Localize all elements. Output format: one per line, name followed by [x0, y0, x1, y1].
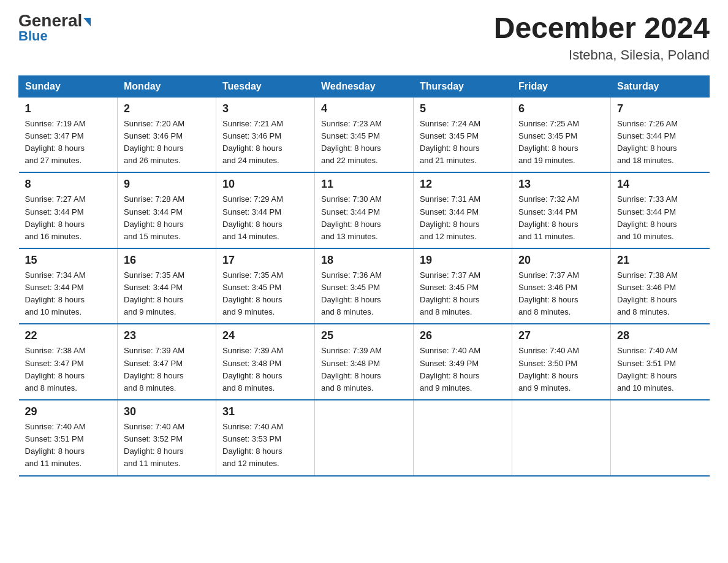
logo-text: General	[18, 12, 91, 29]
day-info: Sunrise: 7:39 AMSunset: 3:48 PMDaylight:…	[222, 345, 308, 394]
calendar-cell: 6Sunrise: 7:25 AMSunset: 3:45 PMDaylight…	[512, 97, 611, 172]
calendar-cell: 8Sunrise: 7:27 AMSunset: 3:44 PMDaylight…	[19, 172, 118, 248]
day-info: Sunrise: 7:39 AMSunset: 3:48 PMDaylight:…	[321, 345, 407, 394]
calendar-cell: 16Sunrise: 7:35 AMSunset: 3:44 PMDayligh…	[118, 248, 216, 324]
day-number: 28	[617, 329, 703, 342]
day-info: Sunrise: 7:35 AMSunset: 3:44 PMDaylight:…	[124, 269, 210, 319]
calendar-cell: 17Sunrise: 7:35 AMSunset: 3:45 PMDayligh…	[216, 248, 315, 324]
day-number: 23	[124, 329, 210, 342]
calendar-cell	[315, 400, 414, 476]
day-number: 16	[124, 254, 210, 267]
calendar-header-row: SundayMondayTuesdayWednesdayThursdayFrid…	[19, 75, 710, 97]
calendar-cell: 5Sunrise: 7:24 AMSunset: 3:45 PMDaylight…	[414, 97, 512, 172]
day-number: 14	[617, 178, 703, 191]
calendar-week-row: 15Sunrise: 7:34 AMSunset: 3:44 PMDayligh…	[19, 248, 710, 324]
calendar-cell: 25Sunrise: 7:39 AMSunset: 3:48 PMDayligh…	[315, 324, 414, 400]
day-info: Sunrise: 7:23 AMSunset: 3:45 PMDaylight:…	[321, 118, 407, 167]
calendar-cell: 3Sunrise: 7:21 AMSunset: 3:46 PMDaylight…	[216, 97, 315, 172]
day-number: 5	[420, 102, 506, 115]
calendar-cell: 21Sunrise: 7:38 AMSunset: 3:46 PMDayligh…	[611, 248, 710, 324]
header-sunday: Sunday	[19, 75, 118, 97]
day-number: 9	[124, 178, 210, 191]
calendar-cell: 7Sunrise: 7:26 AMSunset: 3:44 PMDaylight…	[611, 97, 710, 172]
day-info: Sunrise: 7:27 AMSunset: 3:44 PMDaylight:…	[25, 193, 112, 243]
calendar-cell: 10Sunrise: 7:29 AMSunset: 3:44 PMDayligh…	[216, 172, 315, 248]
day-number: 11	[321, 178, 407, 191]
day-info: Sunrise: 7:20 AMSunset: 3:46 PMDaylight:…	[124, 118, 210, 167]
calendar-table: SundayMondayTuesdayWednesdayThursdayFrid…	[18, 75, 710, 477]
day-info: Sunrise: 7:34 AMSunset: 3:44 PMDaylight:…	[25, 269, 112, 319]
day-number: 12	[420, 178, 506, 191]
day-number: 15	[25, 254, 112, 267]
day-number: 1	[25, 102, 112, 115]
day-number: 31	[222, 405, 308, 418]
calendar-cell: 11Sunrise: 7:30 AMSunset: 3:44 PMDayligh…	[315, 172, 414, 248]
calendar-cell: 13Sunrise: 7:32 AMSunset: 3:44 PMDayligh…	[512, 172, 611, 248]
day-number: 22	[25, 329, 112, 342]
day-info: Sunrise: 7:38 AMSunset: 3:46 PMDaylight:…	[617, 269, 703, 319]
calendar-cell	[414, 400, 512, 476]
day-number: 3	[222, 102, 308, 115]
day-number: 30	[124, 405, 210, 418]
day-info: Sunrise: 7:39 AMSunset: 3:47 PMDaylight:…	[124, 345, 210, 394]
day-number: 19	[420, 254, 506, 267]
calendar-cell: 23Sunrise: 7:39 AMSunset: 3:47 PMDayligh…	[118, 324, 216, 400]
day-number: 4	[321, 102, 407, 115]
day-number: 24	[222, 329, 308, 342]
day-number: 29	[25, 405, 112, 418]
calendar-cell: 31Sunrise: 7:40 AMSunset: 3:53 PMDayligh…	[216, 400, 315, 476]
day-info: Sunrise: 7:37 AMSunset: 3:46 PMDaylight:…	[518, 269, 604, 319]
calendar-cell: 19Sunrise: 7:37 AMSunset: 3:45 PMDayligh…	[414, 248, 512, 324]
day-number: 8	[25, 178, 112, 191]
calendar-cell: 15Sunrise: 7:34 AMSunset: 3:44 PMDayligh…	[19, 248, 118, 324]
day-info: Sunrise: 7:38 AMSunset: 3:47 PMDaylight:…	[25, 345, 112, 394]
day-info: Sunrise: 7:40 AMSunset: 3:53 PMDaylight:…	[222, 421, 308, 470]
calendar-cell: 24Sunrise: 7:39 AMSunset: 3:48 PMDayligh…	[216, 324, 315, 400]
header-wednesday: Wednesday	[315, 75, 414, 97]
location-subtitle: Istebna, Silesia, Poland	[494, 47, 710, 63]
day-number: 2	[124, 102, 210, 115]
day-number: 25	[321, 329, 407, 342]
calendar-cell: 1Sunrise: 7:19 AMSunset: 3:47 PMDaylight…	[19, 97, 118, 172]
day-info: Sunrise: 7:40 AMSunset: 3:52 PMDaylight:…	[124, 421, 210, 470]
calendar-cell	[611, 400, 710, 476]
day-info: Sunrise: 7:37 AMSunset: 3:45 PMDaylight:…	[420, 269, 506, 319]
day-number: 21	[617, 254, 703, 267]
calendar-cell: 20Sunrise: 7:37 AMSunset: 3:46 PMDayligh…	[512, 248, 611, 324]
header-thursday: Thursday	[414, 75, 512, 97]
day-number: 6	[518, 102, 604, 115]
day-number: 10	[222, 178, 308, 191]
day-info: Sunrise: 7:40 AMSunset: 3:50 PMDaylight:…	[518, 345, 604, 394]
calendar-cell: 30Sunrise: 7:40 AMSunset: 3:52 PMDayligh…	[118, 400, 216, 476]
calendar-cell: 4Sunrise: 7:23 AMSunset: 3:45 PMDaylight…	[315, 97, 414, 172]
day-info: Sunrise: 7:40 AMSunset: 3:51 PMDaylight:…	[25, 421, 112, 470]
calendar-week-row: 8Sunrise: 7:27 AMSunset: 3:44 PMDaylight…	[19, 172, 710, 248]
calendar-week-row: 29Sunrise: 7:40 AMSunset: 3:51 PMDayligh…	[19, 400, 710, 476]
day-info: Sunrise: 7:26 AMSunset: 3:44 PMDaylight:…	[617, 118, 703, 167]
day-number: 17	[222, 254, 308, 267]
day-info: Sunrise: 7:25 AMSunset: 3:45 PMDaylight:…	[518, 118, 604, 167]
calendar-week-row: 1Sunrise: 7:19 AMSunset: 3:47 PMDaylight…	[19, 97, 710, 172]
day-number: 27	[518, 329, 604, 342]
day-number: 13	[518, 178, 604, 191]
page-header: General Blue December 2024 Istebna, Sile…	[18, 12, 710, 63]
calendar-cell: 9Sunrise: 7:28 AMSunset: 3:44 PMDaylight…	[118, 172, 216, 248]
calendar-week-row: 22Sunrise: 7:38 AMSunset: 3:47 PMDayligh…	[19, 324, 710, 400]
day-info: Sunrise: 7:24 AMSunset: 3:45 PMDaylight:…	[420, 118, 506, 167]
calendar-cell: 22Sunrise: 7:38 AMSunset: 3:47 PMDayligh…	[19, 324, 118, 400]
calendar-cell: 2Sunrise: 7:20 AMSunset: 3:46 PMDaylight…	[118, 97, 216, 172]
calendar-cell: 26Sunrise: 7:40 AMSunset: 3:49 PMDayligh…	[414, 324, 512, 400]
logo-triangle-icon	[83, 18, 91, 26]
logo: General Blue	[18, 12, 91, 44]
calendar-cell: 28Sunrise: 7:40 AMSunset: 3:51 PMDayligh…	[611, 324, 710, 400]
calendar-cell: 27Sunrise: 7:40 AMSunset: 3:50 PMDayligh…	[512, 324, 611, 400]
day-number: 7	[617, 102, 703, 115]
day-number: 20	[518, 254, 604, 267]
day-info: Sunrise: 7:40 AMSunset: 3:51 PMDaylight:…	[617, 345, 703, 394]
day-info: Sunrise: 7:21 AMSunset: 3:46 PMDaylight:…	[222, 118, 308, 167]
calendar-cell: 14Sunrise: 7:33 AMSunset: 3:44 PMDayligh…	[611, 172, 710, 248]
calendar-cell: 29Sunrise: 7:40 AMSunset: 3:51 PMDayligh…	[19, 400, 118, 476]
header-monday: Monday	[118, 75, 216, 97]
day-info: Sunrise: 7:28 AMSunset: 3:44 PMDaylight:…	[124, 193, 210, 243]
day-number: 26	[420, 329, 506, 342]
